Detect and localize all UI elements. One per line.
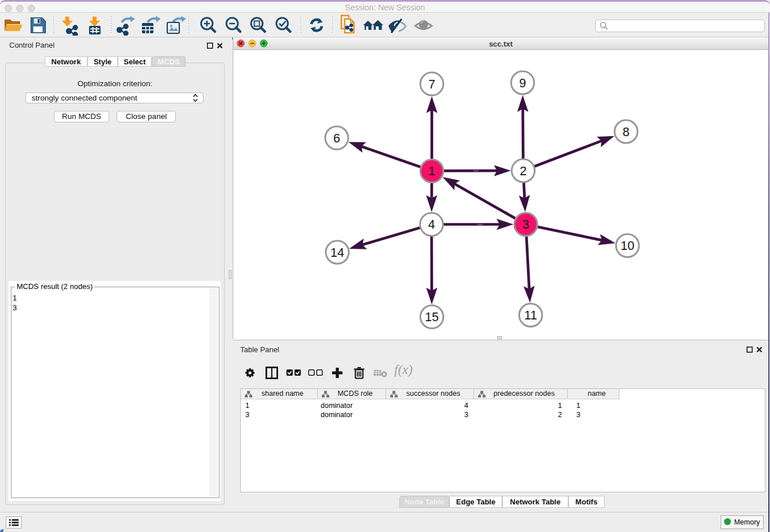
svg-text:10: 10: [621, 239, 634, 253]
svg-text:1: 1: [429, 164, 436, 178]
svg-text:8: 8: [623, 125, 630, 139]
svg-text:7: 7: [429, 78, 436, 91]
svg-text:14: 14: [330, 246, 344, 260]
svg-text:11: 11: [524, 309, 537, 322]
svg-text:4: 4: [428, 218, 435, 232]
svg-text:9: 9: [519, 76, 526, 90]
svg-text:6: 6: [333, 132, 340, 145]
svg-text:15: 15: [425, 310, 439, 324]
svg-text:2: 2: [520, 164, 527, 178]
svg-text:3: 3: [522, 218, 529, 232]
